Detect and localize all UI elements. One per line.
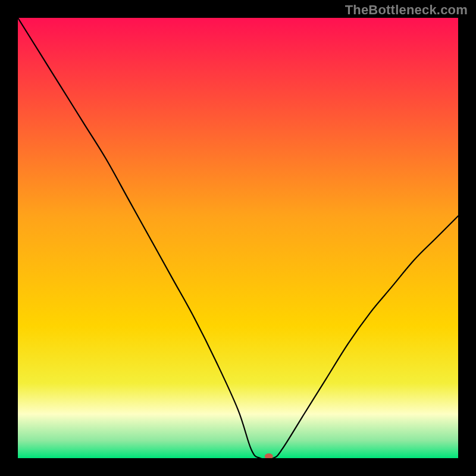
bottleneck-chart [18, 18, 458, 458]
watermark-text: TheBottleneck.com [345, 2, 468, 18]
gradient-background [18, 18, 458, 458]
chart-frame: TheBottleneck.com [0, 0, 476, 476]
